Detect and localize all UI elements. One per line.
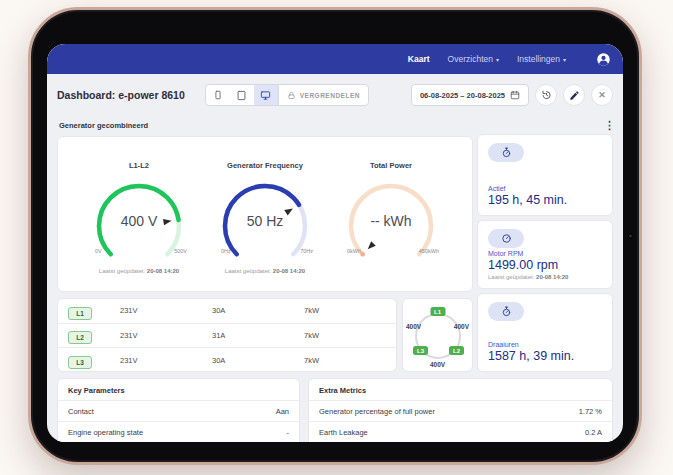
stat-value: 1499.00 rpm: [488, 258, 602, 272]
stopwatch-icon: [501, 147, 512, 158]
power-cell: 7kW: [304, 356, 396, 365]
card-title: Extra Metrics: [309, 379, 612, 400]
table-row-l2: L2 231V 31A 7kW: [58, 324, 396, 349]
desktop-icon: [260, 90, 271, 101]
gauge-title: Total Power: [370, 161, 412, 170]
gauge-total-power: Total Power -- kWh 0kWh 450kWh: [328, 161, 454, 291]
lock-button-label: VERGRENDELEN: [300, 92, 360, 99]
table-row: Engine operating state -: [58, 421, 299, 442]
gauge-title: L1-L2: [129, 161, 149, 170]
app-window: Kaart Overzichten ▾ Instellingen ▾ Dashb…: [47, 44, 623, 442]
gauge-l1-l2: L1-L2 400 V 0V 500V Laatst geüpdatet: 20…: [76, 161, 202, 291]
phase-voltage-bottom: 400V: [430, 361, 445, 368]
gauge-min-label: 0V: [95, 248, 102, 254]
gauge-value: 400 V: [89, 213, 189, 229]
close-button[interactable]: ✕: [591, 84, 613, 106]
gauge-value: 50 Hz: [215, 213, 315, 229]
device-preview-toggle: VERGRENDELEN: [205, 84, 369, 106]
metric-label: Generator percentage of full power: [319, 407, 435, 416]
chevron-down-icon: ▾: [496, 56, 499, 63]
speedometer-icon: [501, 233, 512, 244]
tablet-camera-icon: [628, 234, 633, 239]
lock-dashboard-button[interactable]: VERGRENDELEN: [278, 85, 368, 105]
phase-badge-l3: L3: [413, 346, 428, 355]
phase-badge: L1: [68, 307, 92, 320]
page-title: Dashboard: e-power 8610: [57, 89, 185, 101]
phase-voltage-right: 400V: [454, 323, 469, 330]
icon-pill: [488, 143, 524, 162]
gauge-generator-frequency: Generator Frequency 50 Hz 0Hz 70Hz Laats…: [202, 161, 328, 291]
gauges-card: L1-L2 400 V 0V 500V Laatst geüpdatet: 20…: [57, 136, 473, 292]
table-row: Contact Aan: [58, 400, 299, 421]
table-row: Earth Leakage 0.2 A: [309, 421, 612, 442]
param-label: Contact: [68, 407, 94, 416]
metric-label: Earth Leakage: [319, 428, 368, 437]
current-cell: 30A: [212, 306, 304, 315]
card-title: Key Parameters: [58, 379, 299, 400]
stat-label: Actief: [488, 185, 602, 192]
tablet-icon: [236, 90, 247, 101]
gauge-title: Generator Frequency: [227, 161, 303, 170]
phase-voltage-left: 400V: [406, 323, 421, 330]
kebab-menu-icon[interactable]: ⋮: [604, 120, 615, 130]
gauge-updated-text: Laatst geüpdatet: 20-08 14:20: [99, 268, 179, 274]
nav-item-instellingen[interactable]: Instellingen ▾: [517, 54, 566, 64]
stat-label: Motor RPM: [488, 250, 602, 257]
top-navbar: Kaart Overzichten ▾ Instellingen ▾: [47, 44, 623, 74]
gauge-max-label: 500V: [174, 248, 187, 254]
nav-item-label: Kaart: [408, 54, 430, 64]
voltage-cell: 231V: [120, 306, 212, 315]
key-parameters-card: Key Parameters Contact Aan Engine operat…: [57, 378, 300, 442]
calendar-icon: [510, 90, 520, 100]
gauge-max-label: 450kWh: [419, 248, 439, 254]
tablet-frame: Kaart Overzichten ▾ Instellingen ▾ Dashb…: [28, 7, 642, 465]
pencil-icon: [569, 90, 580, 101]
voltage-cell: 231V: [120, 331, 212, 340]
param-label: Engine operating state: [68, 428, 143, 437]
nav-item-overzichten[interactable]: Overzichten ▾: [448, 54, 499, 64]
gauge-max-label: 70Hz: [300, 248, 313, 254]
date-range-text: 06-08-2025 – 20-08-2025: [420, 91, 505, 100]
phone-preview-button[interactable]: [206, 85, 230, 105]
panel-title: Generator gecombineerd: [59, 121, 148, 130]
gauge-min-label: 0kWh: [347, 248, 361, 254]
account-icon[interactable]: [596, 52, 611, 67]
phone-icon: [213, 90, 223, 100]
gauge-min-label: 0Hz: [221, 248, 231, 254]
table-row-l1: L1 231V 30A 7kW: [58, 299, 396, 324]
metric-value: 1.72 %: [579, 407, 602, 416]
gauge-value: -- kWh: [341, 213, 441, 229]
history-button[interactable]: [535, 84, 557, 106]
param-value: Aan: [276, 407, 289, 416]
phase-badge: L2: [68, 331, 92, 344]
current-cell: 31A: [212, 331, 304, 340]
date-range-picker[interactable]: 06-08-2025 – 20-08-2025: [411, 84, 529, 106]
voltage-cell: 231V: [120, 356, 212, 365]
stopwatch-icon: [501, 306, 512, 317]
nav-item-label: Instellingen: [517, 54, 560, 64]
stat-card-actief: Actief 195 h, 45 min.: [477, 134, 613, 216]
stat-value: 195 h, 45 min.: [488, 193, 602, 207]
param-value: -: [287, 428, 290, 437]
phase-table-card: L1 231V 30A 7kW L2 231V 31A 7kW L3 231V …: [57, 298, 397, 372]
stat-value: 1587 h, 39 min.: [488, 349, 602, 363]
icon-pill: [488, 229, 524, 248]
power-cell: 7kW: [304, 331, 396, 340]
stat-card-motor-rpm: Motor RPM 1499.00 rpm Laatst geüpdatet: …: [477, 220, 613, 289]
stat-card-draaiuren: Draaiuren 1587 h, 39 min.: [477, 293, 613, 372]
nav-item-kaart[interactable]: Kaart: [408, 54, 430, 64]
dashboard-toolbar: Dashboard: e-power 8610: [47, 74, 623, 116]
table-row-l3: L3 231V 30A 7kW: [58, 348, 396, 372]
metric-value: 0.2 A: [585, 428, 602, 437]
lock-icon: [287, 91, 296, 100]
desktop-preview-button[interactable]: [254, 85, 278, 105]
stat-label: Draaiuren: [488, 341, 602, 348]
edit-button[interactable]: [563, 84, 585, 106]
power-cell: 7kW: [304, 306, 396, 315]
close-icon: ✕: [598, 90, 606, 100]
icon-pill: [488, 302, 524, 321]
table-row: Generator percentage of full power 1.72 …: [309, 400, 612, 421]
nav-item-label: Overzichten: [448, 54, 493, 64]
tablet-preview-button[interactable]: [230, 85, 254, 105]
phase-circle-card: L1 L2 L3 400V 400V 400V: [402, 298, 473, 372]
